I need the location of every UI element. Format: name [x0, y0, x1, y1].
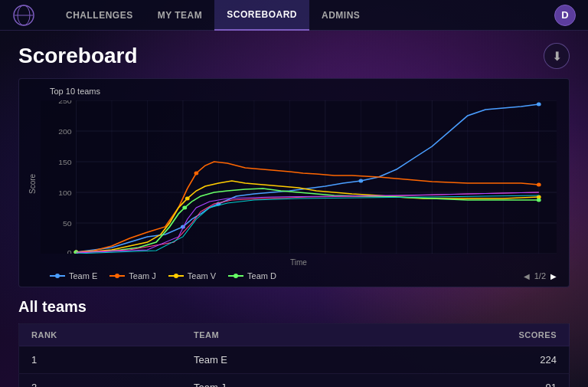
all-teams-section: All teams Rank Team Scores 1 Team E 224 …	[18, 298, 570, 387]
chart-container: Top 10 teams Score	[18, 78, 570, 287]
table-row: 1 Team E 224	[19, 346, 570, 374]
cell-team: Team E	[181, 346, 368, 374]
chart-title: Top 10 teams	[50, 87, 557, 96]
svg-point-60	[115, 274, 119, 278]
y-axis-label: Score	[27, 100, 38, 267]
legend-team-d-label: Team D	[247, 271, 276, 280]
svg-rect-3	[41, 100, 557, 254]
all-teams-title: All teams	[18, 298, 570, 316]
logo[interactable]	[12, 4, 35, 27]
nav-challenges[interactable]: CHALLENGES	[54, 0, 145, 31]
legend-pagination: ◀ 1/2 ▶	[524, 271, 557, 280]
svg-text:250: 250	[58, 100, 72, 105]
chart-svg: 250 200 150 100 50 0 9:00 AM :20 :30 :40…	[41, 100, 557, 254]
svg-text:50: 50	[63, 220, 72, 228]
legend-team-v: Team V	[168, 271, 216, 280]
chart-legend: Team E Team J Team V	[50, 271, 557, 280]
legend-team-j: Team J	[109, 271, 155, 280]
navbar: CHALLENGES MY TEAM SCOREBOARD ADMINS D	[0, 0, 588, 31]
nav-my-team[interactable]: MY TEAM	[145, 0, 215, 31]
cell-team: Team J	[181, 374, 368, 388]
svg-point-50	[537, 183, 541, 187]
cell-score: 224	[368, 346, 570, 374]
main-content: Scoreboard ⬇ Top 10 teams Score	[0, 31, 588, 387]
download-button[interactable]: ⬇	[544, 43, 570, 69]
legend-team-v-label: Team V	[188, 271, 216, 280]
teams-table: Rank Team Scores 1 Team E 224 2 Team J 9…	[18, 323, 570, 387]
svg-text:150: 150	[58, 159, 72, 166]
legend-team-d: Team D	[228, 271, 276, 280]
x-axis-label: Time	[41, 258, 557, 267]
svg-point-58	[55, 274, 60, 278]
svg-text:0: 0	[67, 249, 72, 254]
svg-text:100: 100	[58, 189, 72, 197]
chart-inner: 250 200 150 100 50 0 9:00 AM :20 :30 :40…	[41, 100, 557, 267]
svg-point-52	[185, 197, 190, 201]
nav-admins[interactable]: ADMINS	[309, 0, 372, 31]
pagination-next[interactable]: ▶	[550, 272, 557, 280]
page-header: Scoreboard ⬇	[18, 43, 570, 69]
cell-rank: 1	[19, 346, 181, 374]
col-rank: Rank	[19, 324, 181, 346]
svg-point-47	[537, 103, 541, 107]
svg-point-55	[182, 206, 187, 210]
svg-point-62	[174, 274, 178, 278]
legend-team-j-label: Team J	[129, 271, 155, 280]
svg-point-49	[194, 172, 198, 175]
avatar[interactable]: D	[554, 5, 576, 26]
svg-point-56	[537, 198, 541, 202]
svg-point-64	[234, 274, 238, 278]
page-title: Scoreboard	[18, 44, 138, 68]
cell-score: 91	[368, 374, 570, 388]
legend-team-e-label: Team E	[69, 271, 97, 280]
pagination-info: 1/2	[534, 271, 546, 280]
cell-rank: 2	[19, 374, 181, 388]
pagination-prev[interactable]: ◀	[524, 272, 530, 280]
legend-team-e: Team E	[50, 271, 97, 280]
chart-body: Score	[27, 100, 557, 267]
col-score: Scores	[368, 324, 570, 346]
nav-scoreboard[interactable]: SCOREBOARD	[214, 0, 309, 31]
logo-icon	[12, 4, 35, 27]
nav-links: CHALLENGES MY TEAM SCOREBOARD ADMINS	[54, 0, 554, 31]
table-row: 2 Team J 91	[19, 374, 570, 388]
col-team: Team	[181, 324, 368, 346]
svg-text:200: 200	[58, 128, 72, 136]
svg-point-46	[358, 179, 363, 183]
